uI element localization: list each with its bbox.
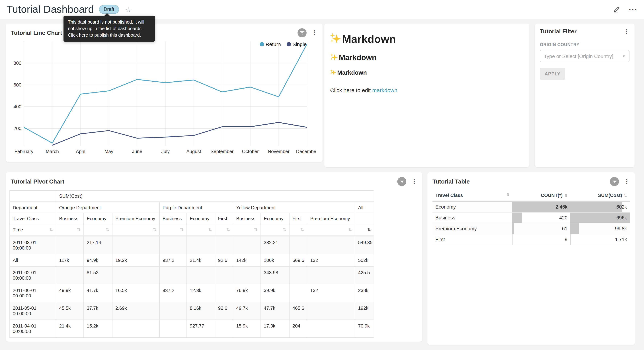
pivot-cell: 425.5 — [355, 266, 374, 284]
favorite-star-icon[interactable]: ☆ — [125, 5, 131, 14]
table-column-header[interactable]: Travel Class⇅ — [432, 190, 512, 201]
pivot-cell — [289, 236, 307, 254]
edit-dashboard-icon[interactable] — [613, 6, 621, 13]
sort-icon[interactable]: ⇅ — [624, 194, 627, 198]
count-cell: 9 — [512, 234, 570, 245]
pivot-cell: 343.98 — [261, 266, 289, 284]
filter-indicator-icon[interactable] — [298, 28, 306, 37]
filter-card: Tutorial Filter ⋮ ORIGIN COUNTRY Type or… — [535, 24, 634, 167]
pivot-cell: 502k — [355, 254, 374, 266]
pivot-sort-cell[interactable]: ⇅ — [160, 224, 187, 236]
pivot-cell: 39.9k — [261, 284, 289, 302]
pivot-cell: 217.14 — [84, 236, 112, 254]
pivot-cell — [307, 236, 355, 254]
sort-icon[interactable]: ⇅ — [283, 227, 286, 232]
dashboard-canvas: Tutorial Line Chart ⋮ ReturnSingle 20040… — [0, 19, 644, 350]
sort-icon[interactable]: ⇅ — [254, 227, 258, 232]
more-menu-icon[interactable]: ••• — [629, 6, 638, 12]
pivot-cell: 92.6 — [215, 302, 233, 320]
pivot-sort-cell[interactable]: ⇅ — [56, 224, 84, 236]
pivot-cell — [289, 266, 307, 284]
sort-icon[interactable]: ⇅ — [506, 192, 510, 196]
sort-icon[interactable]: ⇅ — [106, 227, 109, 232]
pivot-cell: 41.7k — [84, 284, 112, 302]
sort-icon[interactable]: ⇅ — [153, 227, 156, 232]
pivot-sort-cell[interactable]: ⇅ — [215, 224, 233, 236]
markdown-edit-link[interactable]: markdown — [372, 87, 397, 93]
pivot-class-header: Economy — [84, 213, 112, 224]
x-axis-tick-label: July — [161, 149, 170, 154]
sparkles-icon — [330, 53, 338, 61]
pivot-cell: 927.77 — [187, 320, 215, 338]
pivot-sort-cell[interactable]: ⇅ — [84, 224, 112, 236]
sort-icon[interactable]: ⇅ — [180, 227, 184, 232]
apply-button[interactable]: APPLY — [540, 68, 565, 80]
sort-icon[interactable]: ⇅ — [300, 227, 304, 232]
sort-icon[interactable]: ⇅ — [348, 227, 352, 232]
pivot-cell: 192k — [355, 302, 374, 320]
sort-icon[interactable]: ⇅ — [77, 227, 80, 232]
x-axis-tick-label: November — [268, 149, 290, 154]
markdown-card[interactable]: Markdown Markdown Markdown Click here to… — [324, 24, 529, 167]
table-column-header[interactable]: SUM(Cost)⇅ — [570, 190, 630, 201]
pivot-table: SUM(Cost)DepartmentOrange DepartmentPurp… — [10, 190, 374, 338]
pivot-cell: 15.9k — [233, 320, 261, 338]
header-actions: ••• — [613, 6, 638, 13]
page-title: Tutorial Dashboard — [6, 4, 94, 15]
pivot-sort-cell[interactable]: ⇅ — [307, 224, 355, 236]
pivot-cell: 465.6 — [289, 302, 307, 320]
x-axis-tick-label: December — [296, 149, 316, 154]
pivot-sort-cell[interactable]: ⇅ — [233, 224, 261, 236]
sum-cost-cell: 696k — [570, 212, 630, 223]
pivot-cell — [233, 266, 261, 284]
pivot-sort-cell[interactable]: ⇅ — [355, 224, 374, 236]
pivot-time-header[interactable]: Time⇅ — [10, 224, 56, 236]
y-axis-tick-label: 200 — [14, 126, 22, 131]
kebab-menu-icon[interactable]: ⋮ — [623, 28, 630, 35]
pivot-sort-cell[interactable]: ⇅ — [289, 224, 307, 236]
pivot-dimension-label: Department — [10, 202, 56, 213]
origin-country-select[interactable]: Type or Select [Origin Country] ▼ — [540, 50, 630, 62]
x-axis-tick-label: October — [242, 149, 259, 154]
x-axis-tick-label: August — [186, 149, 201, 154]
sum-cost-cell: 602k — [570, 201, 630, 212]
draft-tooltip: This dashboard is not published, it will… — [64, 16, 155, 42]
pivot-cell: 45.5k — [56, 302, 84, 320]
count-cell: 420 — [512, 212, 570, 223]
sort-icon[interactable]: ⇅ — [208, 227, 212, 232]
pivot-cell — [233, 236, 261, 254]
pivot-sort-cell[interactable]: ⇅ — [112, 224, 160, 236]
origin-country-label: ORIGIN COUNTRY — [540, 42, 630, 47]
x-axis-tick-label: June — [132, 149, 142, 154]
pivot-row-label: All — [10, 254, 56, 266]
x-axis-tick-label: March — [46, 149, 59, 154]
pivot-cell: 142k — [233, 254, 261, 266]
y-axis-tick-label: 600 — [14, 82, 22, 88]
kebab-menu-icon[interactable]: ⋮ — [624, 178, 630, 184]
pivot-cell — [112, 236, 160, 254]
pivot-row: All117k94.9k19.2k937.221.4k92.6142k106k6… — [10, 254, 374, 266]
chevron-down-icon: ▼ — [622, 54, 626, 58]
kebab-menu-icon[interactable]: ⋮ — [311, 30, 318, 36]
pivot-cell — [215, 320, 233, 338]
pivot-sort-cell[interactable]: ⇅ — [187, 224, 215, 236]
sort-desc-icon[interactable]: ⇅ — [367, 227, 371, 232]
pivot-cell — [160, 320, 187, 338]
pivot-cell — [187, 236, 215, 254]
sort-icon[interactable]: ⇅ — [226, 227, 230, 232]
status-badge[interactable]: Draft — [99, 5, 119, 14]
sort-icon[interactable]: ⇅ — [564, 194, 568, 198]
pivot-group-header: Yellow Department — [233, 202, 355, 213]
filter-indicator-icon[interactable] — [397, 177, 406, 186]
pivot-cell — [160, 266, 187, 284]
count-cell: 2.46k — [512, 201, 570, 212]
kebab-menu-icon[interactable]: ⋮ — [411, 178, 417, 184]
line-chart-card: Tutorial Line Chart ⋮ ReturnSingle 20040… — [6, 24, 322, 162]
table-row: Premium Economy6199.8k — [432, 223, 630, 234]
pivot-cell: 94.9k — [84, 254, 112, 266]
pivot-table-wrap: SUM(Cost)DepartmentOrange DepartmentPurp… — [6, 186, 422, 342]
table-column-header[interactable]: COUNT(*)⇅ — [512, 190, 570, 201]
sort-icon[interactable]: ⇅ — [49, 227, 53, 232]
filter-indicator-icon[interactable] — [610, 177, 619, 186]
pivot-sort-cell[interactable]: ⇅ — [261, 224, 289, 236]
